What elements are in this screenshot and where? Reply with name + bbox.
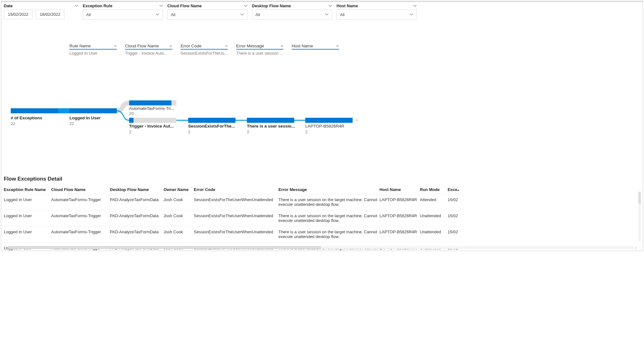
level-title: Cloud Flow Name <box>125 44 159 48</box>
chevron-down-icon[interactable] <box>75 4 78 8</box>
column-header[interactable]: Cloud Flow Name <box>51 186 110 194</box>
scroll-track[interactable] <box>8 246 634 249</box>
table-row[interactable]: Logged In UserAutomateTaxForms-TriggerPA… <box>4 194 465 210</box>
table-cell: 15/02 <box>448 194 465 210</box>
table-cell: Josh Cook <box>164 210 194 226</box>
column-header[interactable]: Run Mode <box>420 186 448 194</box>
dropdown-value: All <box>255 12 260 17</box>
scroll-thumb[interactable] <box>8 246 321 249</box>
table-cell: LAPTOP-B5826R4R <box>379 210 420 226</box>
tree-node-host[interactable] <box>305 118 353 123</box>
tree-node-code[interactable] <box>188 118 236 123</box>
close-icon[interactable]: ✕ <box>280 44 283 48</box>
date-to-input[interactable]: 18/02/2022 <box>36 9 64 19</box>
dropdown-value: All <box>171 12 175 17</box>
table-wrap: Exception Rule NameCloud Flow NameDeskto… <box>1 186 643 251</box>
tree-node-root[interactable] <box>11 108 58 113</box>
table-cell: Attended <box>420 194 448 210</box>
column-header[interactable]: Exception Rule Name <box>4 186 51 194</box>
table-cell: Josh Cook <box>164 194 194 210</box>
level-header-cloud[interactable]: Cloud Flow Name✕ <box>125 44 172 50</box>
tree-node-count: 20 <box>129 111 134 116</box>
host-dropdown[interactable]: All <box>337 9 417 20</box>
filter-desktop-flow: Desktop Flow Name All <box>252 3 332 20</box>
table-cell: SessionExistsForTheUserWhenUnattended <box>194 194 278 210</box>
chevron-down-icon <box>325 13 329 16</box>
tree-node-cloud-sel[interactable] <box>129 118 134 123</box>
scroll-left-icon[interactable]: ‹ <box>4 246 8 249</box>
tree-node-label: # of Exceptions <box>11 116 61 120</box>
tree-node-count: 22 <box>11 121 15 126</box>
table-cell: LAPTOP-B5826R4R <box>379 226 420 242</box>
chevron-down-icon <box>156 13 159 16</box>
tree-node-count: 2 <box>188 129 190 134</box>
chevron-down-icon <box>240 13 244 16</box>
table-cell: AutomateTaxForms-Trigger <box>51 210 110 226</box>
tree-node-cloud-top[interactable] <box>129 100 171 105</box>
filter-date-label: Date <box>4 3 13 8</box>
table-cell: PAD-AnalyzeTaxFormData <box>110 226 164 242</box>
level-header-rule[interactable]: Rule Name✕ <box>69 44 117 50</box>
table-cell: Unattended <box>420 226 448 242</box>
chevron-down-icon[interactable] <box>244 4 247 8</box>
filter-date: Date 15/02/2022 18/02/2022 <box>4 3 78 20</box>
column-header[interactable]: Exce▴ <box>448 186 465 194</box>
table-row[interactable]: Logged In UserAutomateTaxForms-TriggerPA… <box>4 210 465 226</box>
close-icon[interactable]: ✕ <box>336 44 339 48</box>
tree-node-label: SessionExistsForThe... <box>188 124 239 128</box>
cloud-flow-dropdown[interactable]: All <box>167 9 247 20</box>
table-cell: SessionExistsForTheUserWhenUnattended <box>194 210 278 226</box>
tree-connectors <box>1 56 643 144</box>
expand-node-icon[interactable]: + <box>355 117 359 124</box>
table-cell: 15/02 <box>448 226 465 242</box>
dropdown-value: All <box>340 12 344 17</box>
column-header[interactable]: Host Name <box>379 186 420 194</box>
table-cell: AutomateTaxForms-Trigger <box>51 226 110 242</box>
level-title: Host Name <box>292 44 313 48</box>
table-row[interactable]: Logged In UserAutomateTaxForms-TriggerPA… <box>4 226 465 242</box>
vertical-scroll-thumb[interactable] <box>638 192 641 204</box>
date-from-input[interactable]: 15/02/2022 <box>4 9 33 19</box>
tree-node-count: 2 <box>305 129 307 134</box>
desktop-flow-dropdown[interactable]: All <box>252 9 332 20</box>
tree-node-label: There is a user sessio... <box>247 124 297 128</box>
table-cell: PAD-AnalyzeTaxFormData <box>110 210 164 226</box>
column-header[interactable]: Error Code <box>194 186 278 194</box>
exceptions-table[interactable]: Exception Rule NameCloud Flow NameDeskto… <box>4 186 465 251</box>
level-header-code[interactable]: Error Code✕ <box>181 44 228 50</box>
chevron-down-icon[interactable] <box>159 4 163 8</box>
tree-node-label: AutomateTaxForms-Tri... <box>129 106 180 111</box>
tree-node-label: Logged In User <box>69 116 120 120</box>
table-cell: There is a user session on the target ma… <box>278 194 379 210</box>
level-value: There is a user session ... <box>236 51 283 56</box>
table-cell: Logged In User <box>4 210 51 226</box>
level-header-msg[interactable]: Error Message✕ <box>236 44 283 50</box>
chevron-down-icon[interactable] <box>413 4 417 8</box>
exception-rule-dropdown[interactable]: All <box>83 9 163 20</box>
level-title: Rule Name <box>69 44 91 48</box>
chevron-down-icon <box>409 13 413 16</box>
column-header[interactable]: Desktop Flow Name <box>110 186 164 194</box>
dropdown-value: All <box>86 12 91 17</box>
table-cell: Logged In User <box>4 226 51 242</box>
close-icon[interactable]: ✕ <box>225 44 228 48</box>
table-cell: LAPTOP-B5826R4R <box>379 194 420 210</box>
column-header[interactable]: Owner Name <box>164 186 194 194</box>
tree-node-cloud-top-remainder <box>171 100 176 105</box>
close-icon[interactable]: ✕ <box>114 44 117 48</box>
chevron-down-icon[interactable] <box>329 4 332 8</box>
table-cell: AutomateTaxForms-Trigger <box>51 194 110 210</box>
column-header[interactable]: Error Message <box>278 186 379 194</box>
tree-node-msg[interactable] <box>247 118 294 123</box>
close-icon[interactable]: ✕ <box>169 44 172 48</box>
horizontal-scrollbar[interactable]: ‹ › <box>4 245 638 250</box>
tree-node-label: Trigger - Invoice Aut... <box>129 124 180 128</box>
tree-node-rule[interactable] <box>69 108 117 113</box>
level-value: SessionExistsForTheUs... <box>181 51 228 56</box>
filters-row: Date 15/02/2022 18/02/2022 Exception Rul… <box>1 2 643 20</box>
level-header-host[interactable]: Host Name✕ <box>292 44 339 50</box>
filter-cloud-flow: Cloud Flow Name All <box>167 3 247 20</box>
scroll-right-icon[interactable]: › <box>634 246 638 249</box>
decomposition-tree[interactable]: # of Exceptions 22 Logged In User 22 Aut… <box>1 56 643 144</box>
table-cell: Josh Cook <box>164 226 194 242</box>
